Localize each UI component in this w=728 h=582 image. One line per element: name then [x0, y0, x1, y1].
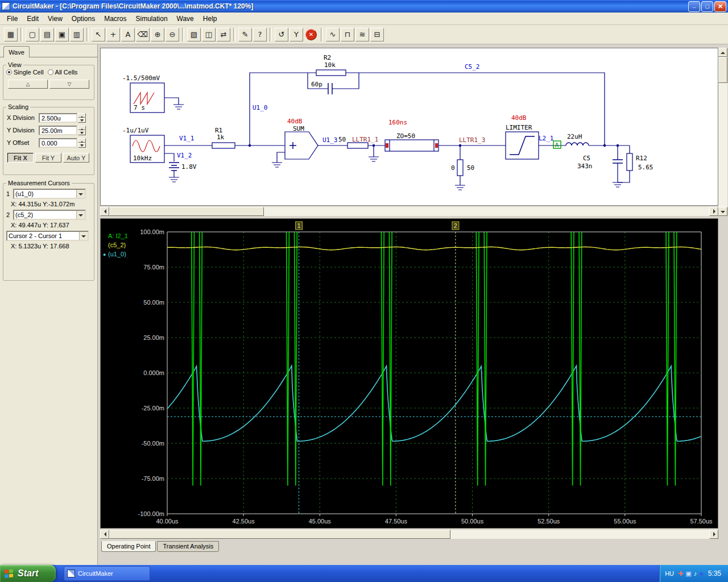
spinner-up-icon[interactable]	[78, 126, 86, 131]
zoom-in-icon[interactable]: ⊕	[151, 28, 164, 41]
minimize-button[interactable]: _	[688, 1, 700, 12]
cursor-diff-select[interactable]: Cursor 2 - Cursor 1	[6, 231, 89, 241]
tab-wave[interactable]: Wave	[3, 46, 30, 57]
cursor1-signal-select[interactable]: (u1_0)	[13, 189, 86, 199]
menu-view[interactable]: View	[43, 14, 67, 24]
waveform-pane[interactable]: 40.00us42.50us45.00us47.50us50.00us52.50…	[100, 218, 718, 529]
board-icon[interactable]: ▦	[4, 28, 18, 41]
start-button[interactable]: Start	[0, 565, 56, 582]
scroll-left-button[interactable]	[100, 207, 109, 216]
spinner-up-icon[interactable]	[78, 113, 86, 118]
scroll-right-button[interactable]	[709, 530, 718, 539]
scroll-right-button[interactable]	[709, 207, 718, 216]
scroll-down-button[interactable]	[718, 207, 727, 216]
resistor-r12-symbol[interactable]	[627, 153, 632, 171]
legend-item[interactable]: A: I2_1	[108, 232, 128, 239]
waveform-chart[interactable]: 40.00us42.50us45.00us47.50us50.00us52.50…	[101, 219, 718, 529]
schematic-hscroll-track[interactable]	[109, 207, 709, 216]
resistor-r2-symbol[interactable]	[316, 70, 346, 76]
menu-wave[interactable]: Wave	[172, 14, 198, 24]
cursor1-readout: X: 44.315u Y:-31.072m	[11, 201, 94, 207]
all-cells-radio[interactable]	[48, 69, 53, 75]
menu-file[interactable]: File	[2, 14, 22, 24]
wave-up-button[interactable]: △	[8, 80, 48, 89]
dropdown-arrow-icon[interactable]	[76, 211, 85, 219]
menu-edit[interactable]: Edit	[22, 14, 43, 24]
zoom-out-icon[interactable]: ⊖	[166, 28, 179, 41]
fit-x-button[interactable]: Fit X	[7, 153, 34, 163]
menu-help[interactable]: Help	[198, 14, 222, 24]
wave-hscroll-track[interactable]	[109, 530, 709, 539]
x-axis-tick-label: 42.50us	[233, 518, 255, 525]
wire-tool-icon[interactable]: +	[106, 28, 120, 41]
tab-transient-analysis[interactable]: Transient Analysis	[157, 541, 219, 552]
menu-simulation[interactable]: Simulation	[131, 14, 172, 24]
dropdown-arrow-icon[interactable]	[76, 190, 85, 198]
schematic-components[interactable]	[130, 70, 632, 176]
probe-y-icon[interactable]: Y	[289, 28, 303, 41]
save-file-icon[interactable]: ▣	[55, 28, 69, 41]
probe-tool-icon[interactable]: ✎	[238, 28, 252, 41]
taskbar-item-circuitmaker[interactable]: CircuitMaker	[64, 566, 150, 581]
tray-volume-icon[interactable]: ♪	[694, 571, 697, 577]
y-offset-spinner[interactable]	[78, 138, 86, 148]
wave-down-button[interactable]: ▽	[49, 80, 89, 89]
digital-waveform-icon[interactable]: ⊓	[341, 28, 354, 41]
auto-y-button[interactable]: Auto Y	[63, 153, 89, 163]
transmission-line-symbol[interactable]	[385, 140, 439, 151]
tray-network-icon[interactable]: ◈	[699, 571, 704, 577]
y-offset-input[interactable]: 0.000	[39, 138, 77, 148]
instrument-icon[interactable]: ◫	[202, 28, 216, 41]
resistor-term-symbol[interactable]	[457, 160, 463, 176]
x-division-spinner[interactable]	[78, 113, 86, 123]
close-button[interactable]: ✕	[714, 1, 726, 12]
chart-cursors: 12	[167, 222, 701, 514]
dropdown-arrow-icon[interactable]	[79, 232, 88, 240]
schematic-pane[interactable]: -1.5/500mV7 s-1u/1uV10kHzV1_1V1_21.8VR11…	[100, 48, 718, 206]
cursor2-signal-select[interactable]: (c5_2)	[13, 210, 86, 220]
scroll-left-button[interactable]	[100, 530, 109, 539]
schematic-vscroll-track[interactable]	[718, 57, 727, 207]
menu-macros[interactable]: Macros	[100, 14, 131, 24]
schematic-hscroll-thumb[interactable]	[109, 207, 264, 216]
new-file-icon[interactable]: ▢	[26, 28, 39, 41]
reset-simulation-icon[interactable]: ↺	[275, 28, 288, 41]
all-cells-label: All Cells	[55, 69, 78, 76]
spinner-up-icon[interactable]	[78, 138, 86, 143]
open-file-icon[interactable]: ▤	[40, 28, 54, 41]
legend-item[interactable]: (u1_0)	[108, 251, 126, 257]
schematic-canvas[interactable]: -1.5/500mV7 s-1u/1uV10kHzV1_1V1_21.8VR11…	[101, 48, 718, 206]
stop-simul-icon[interactable]: ✕	[305, 29, 317, 40]
step-simulation-icon[interactable]: ⇄	[217, 28, 230, 41]
restore-button[interactable]: □	[701, 1, 713, 12]
x-division-input[interactable]: 2.500u	[39, 113, 77, 123]
legend-item[interactable]: (c5_2)	[108, 242, 126, 248]
schematic-vscroll-thumb[interactable]	[718, 57, 727, 83]
fit-y-button[interactable]: Fit Y	[35, 153, 61, 163]
y-division-spinner[interactable]	[78, 126, 86, 135]
tab-operating-point[interactable]: Operating Point	[101, 541, 156, 552]
text-tool-icon[interactable]: A	[121, 28, 135, 41]
digital-panel-icon[interactable]: ▧	[187, 28, 201, 41]
resistor-50-symbol[interactable]	[348, 143, 368, 148]
tray-alert-icon[interactable]: ✚	[678, 571, 683, 577]
menu-options[interactable]: Options	[67, 14, 100, 24]
scroll-up-button[interactable]	[718, 48, 727, 57]
print-icon[interactable]: ▥	[70, 28, 84, 41]
spinner-down-icon[interactable]	[78, 143, 86, 148]
spinner-down-icon[interactable]	[78, 130, 86, 135]
language-indicator[interactable]: HU	[665, 570, 674, 577]
select-arrow-icon[interactable]: ↖	[92, 28, 105, 41]
single-cell-radio[interactable]	[6, 69, 12, 75]
resistor-r1-symbol[interactable]	[212, 143, 235, 148]
analog-waveform-icon[interactable]: ≋	[355, 28, 369, 41]
spinner-down-icon[interactable]	[78, 118, 86, 123]
y-division-input[interactable]: 25.00m	[39, 126, 77, 135]
delete-tool-icon[interactable]: ⌫	[136, 28, 150, 41]
split-waveform-icon[interactable]: ⊟	[370, 28, 384, 41]
wave-hscroll-thumb[interactable]	[109, 530, 450, 539]
waveform-window-icon[interactable]: ∿	[326, 28, 340, 41]
tray-display-icon[interactable]: ▣	[685, 571, 691, 577]
schematic-label-probe-a: A	[555, 142, 559, 149]
help-icon[interactable]: ?	[253, 28, 267, 41]
